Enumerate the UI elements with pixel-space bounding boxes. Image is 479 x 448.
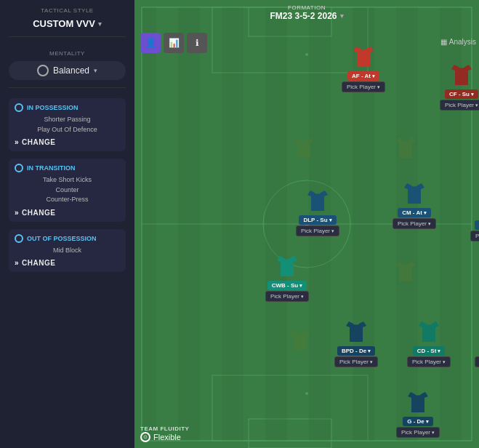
pitch-top-bar: FORMATION FM23 3-5-2 2026 ▾ xyxy=(134,0,479,25)
analysis-button[interactable]: ▦ Analysis xyxy=(440,38,476,46)
in-transition-text: Take Short KicksCounterCounter-Press xyxy=(15,175,120,205)
circle-icon xyxy=(15,234,23,243)
circle-icon xyxy=(15,164,23,172)
team-fluidity-value: ⊙ Flexible xyxy=(140,432,189,442)
player-cd-st: CD - St ▾ Pick Player ▾ xyxy=(407,319,451,367)
player-cd-de: CD - De ▾ Pick Player ▾ xyxy=(475,319,479,367)
out-of-possession-text: Mid Block xyxy=(15,246,120,256)
pick-player-cm-at-button[interactable]: Pick Player ▾ xyxy=(393,218,436,229)
role-badge-af[interactable]: AF - At ▾ xyxy=(347,71,379,81)
tactical-style-value[interactable]: CUSTOM VVV ▾ xyxy=(9,18,126,29)
role-badge-bpd[interactable]: BPD - De ▾ xyxy=(337,346,375,356)
player-dlp: DLP - Su ▾ Pick Player ▾ xyxy=(296,188,339,236)
chevron-down-icon: ▾ xyxy=(438,348,440,354)
ghost-shirt-mid-center xyxy=(393,135,419,161)
double-chevron-icon: » xyxy=(15,138,19,146)
fluidity-icon: ⊙ xyxy=(140,432,150,442)
player-af: AF - At ▾ Pick Player ▾ xyxy=(342,44,385,92)
chevron-down-icon: ▾ xyxy=(329,217,332,223)
pick-player-gk-button[interactable]: Pick Player ▾ xyxy=(396,427,440,438)
toolbar-players-button[interactable]: 👤 xyxy=(140,33,161,53)
pick-player-cf-button[interactable]: Pick Player ▾ xyxy=(440,100,479,111)
formation-label: FORMATION xyxy=(270,4,343,11)
player-cf: CF - Su ▾ Pick Player ▾ xyxy=(440,62,479,111)
role-badge-cd-st[interactable]: CD - St ▾ xyxy=(413,346,446,356)
player-cm-at: CM - At ▾ Pick Player ▾ xyxy=(393,180,436,229)
left-panel: TACTICAL STYLE CUSTOM VVV ▾ MENTALITY Ba… xyxy=(0,0,134,448)
chevron-down-icon: ▾ xyxy=(331,228,334,234)
chevron-down-icon: ▾ xyxy=(98,20,102,28)
in-possession-title: IN POSSESSION xyxy=(15,103,120,112)
role-badge-cwb[interactable]: CWB - Su ▾ xyxy=(267,281,307,290)
in-possession-text: Shorter PassingPlay Out Of Defence xyxy=(15,115,120,135)
formation-value[interactable]: FM23 3-5-2 2026 ▾ xyxy=(270,11,343,21)
in-possession-block: IN POSSESSION Shorter PassingPlay Out Of… xyxy=(9,98,126,151)
pick-player-cd-st-button[interactable]: Pick Player ▾ xyxy=(407,356,451,367)
chevron-down-icon: ▾ xyxy=(471,92,474,97)
svg-rect-8 xyxy=(249,419,331,448)
mentality-value: Balanced xyxy=(53,65,89,76)
player-bpd: BPD - De ▾ Pick Player ▾ xyxy=(334,319,378,367)
tactical-style-label: TACTICAL STYLE xyxy=(9,7,126,14)
chevron-down-icon: ▾ xyxy=(340,12,344,20)
out-of-possession-change-button[interactable]: » CHANGE xyxy=(15,259,55,267)
svg-point-6 xyxy=(305,53,308,56)
circle-icon xyxy=(15,103,23,112)
player-gk: G - De ▾ Pick Player ▾ xyxy=(396,389,440,438)
mentality-dropdown[interactable]: Balanced ▾ xyxy=(9,61,126,80)
chevron-down-icon: ▾ xyxy=(428,221,431,227)
role-badge-gk[interactable]: G - De ▾ xyxy=(403,417,433,426)
player-cm-su: CM - Su ▾ Pick Player ▾ xyxy=(470,193,479,241)
player-cwb: CWB - Su ▾ Pick Player ▾ xyxy=(265,253,309,302)
chevron-down-icon: ▾ xyxy=(372,73,375,79)
ghost-shirt-def-left xyxy=(287,327,313,353)
in-transition-block: IN TRANSITION Take Short KicksCounterCou… xyxy=(9,159,126,222)
toolbar-info-button[interactable]: ℹ xyxy=(187,33,207,53)
chevron-down-icon: ▾ xyxy=(424,210,427,216)
in-possession-change-button[interactable]: » CHANGE xyxy=(15,138,55,146)
chevron-down-icon: ▾ xyxy=(370,359,373,365)
chevron-down-icon: ▾ xyxy=(432,430,435,436)
ghost-shirt-center xyxy=(393,258,419,284)
divider xyxy=(9,36,126,37)
svg-point-9 xyxy=(305,392,308,395)
pick-player-cwb-button[interactable]: Pick Player ▾ xyxy=(265,291,309,302)
double-chevron-icon: » xyxy=(15,259,19,267)
role-badge-cm-at[interactable]: CM - At ▾ xyxy=(398,208,431,217)
analysis-grid-icon: ▦ xyxy=(440,38,447,46)
role-badge-cf[interactable]: CF - Su ▾ xyxy=(445,89,478,99)
chevron-down-icon: ▾ xyxy=(301,294,304,300)
in-transition-change-button[interactable]: » CHANGE xyxy=(15,209,55,217)
mentality-label: MENTALITY xyxy=(9,50,126,57)
team-fluidity-label: TEAM FLUIDITY xyxy=(140,425,189,432)
out-of-possession-title: OUT OF POSSESSION xyxy=(15,234,120,243)
role-badge-dlp[interactable]: DLP - Su ▾ xyxy=(299,215,336,225)
chevron-down-icon: ▾ xyxy=(443,359,446,365)
svg-rect-7 xyxy=(212,375,368,441)
toolbar-icons: 👤 📊 ℹ xyxy=(140,33,207,53)
pick-player-cm-su-button[interactable]: Pick Player ▾ xyxy=(470,231,479,241)
pick-player-af-button[interactable]: Pick Player ▾ xyxy=(342,81,385,92)
chevron-down-icon: ▾ xyxy=(426,419,429,425)
pitch-container: FORMATION FM23 3-5-2 2026 ▾ 👤 📊 ℹ ▦ Anal… xyxy=(134,0,479,448)
out-of-possession-block: OUT OF POSSESSION Mid Block » CHANGE xyxy=(9,229,126,273)
pick-player-cd-de-button[interactable]: Pick Player ▾ xyxy=(475,356,479,367)
chevron-down-icon: ▾ xyxy=(368,348,371,354)
divider xyxy=(9,87,126,88)
chevron-down-icon: ▾ xyxy=(299,283,302,289)
toolbar-stats-button[interactable]: 📊 xyxy=(164,33,184,53)
mentality-icon xyxy=(37,65,49,76)
double-chevron-icon: » xyxy=(15,209,19,217)
pick-player-dlp-button[interactable]: Pick Player ▾ xyxy=(296,225,339,236)
in-transition-title: IN TRANSITION xyxy=(15,164,120,172)
chevron-down-icon: ▾ xyxy=(475,103,478,108)
chevron-down-icon: ▾ xyxy=(377,84,380,90)
pick-player-bpd-button[interactable]: Pick Player ▾ xyxy=(334,356,378,367)
role-badge-cm-su[interactable]: CM - Su ▾ xyxy=(475,220,479,230)
team-fluidity: TEAM FLUIDITY ⊙ Flexible xyxy=(140,425,189,442)
chevron-down-icon: ▾ xyxy=(94,67,97,74)
ghost-shirt-mid-left xyxy=(291,135,317,161)
